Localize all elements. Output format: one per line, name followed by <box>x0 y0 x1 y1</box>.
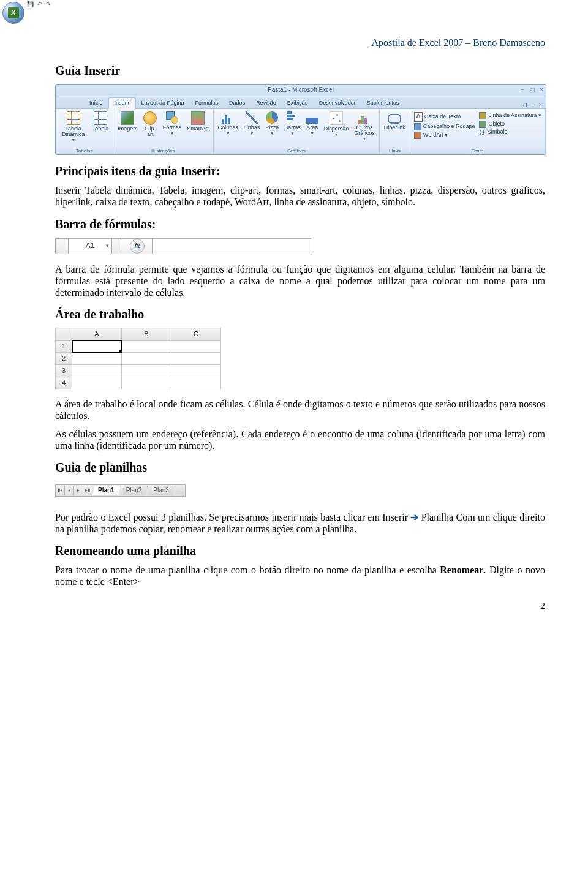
imagem-button[interactable]: Imagem <box>116 110 140 133</box>
clipart-icon <box>143 111 157 125</box>
row-header-4[interactable]: 4 <box>56 377 72 389</box>
paragraph-renomear: Para trocar o nome de uma planilha cliqu… <box>55 564 545 587</box>
table-icon <box>94 111 107 125</box>
colunas-button[interactable]: Colunas▼ <box>216 110 240 137</box>
min-ribbon-icon[interactable]: − <box>532 102 535 108</box>
arrow-icon: ➔ <box>410 512 418 522</box>
cell-c1[interactable] <box>172 341 221 353</box>
fx-button[interactable]: fx <box>130 239 145 254</box>
sheet-tab-plan3[interactable]: Plan3 <box>148 486 175 495</box>
close-icon[interactable]: × <box>540 86 543 94</box>
caixa-texto-button[interactable]: Caixa de Texto <box>413 111 477 122</box>
cell-c2[interactable] <box>172 353 221 365</box>
pivot-table-icon <box>67 111 80 125</box>
sheet-nav-prev[interactable]: ◂ <box>65 486 74 495</box>
tabela-button[interactable]: Tabela <box>91 110 111 133</box>
row-header-3[interactable]: 3 <box>56 365 72 377</box>
formula-bar: A1 fx <box>55 238 312 255</box>
outros-graficos-button[interactable]: OutrosGráficos ▼ <box>352 110 377 143</box>
col-header-b[interactable]: B <box>122 328 172 341</box>
tab-exibicao[interactable]: Exibição <box>282 98 314 108</box>
name-box-dropdown[interactable] <box>112 238 123 254</box>
sheet-nav-next[interactable]: ▸ <box>74 486 83 495</box>
area-button[interactable]: Área▼ <box>304 110 320 137</box>
formula-bar-left-cap <box>55 238 68 254</box>
heading-area-trabalho: Área de trabalho <box>55 307 545 322</box>
select-all-corner[interactable] <box>56 328 72 341</box>
sheet-nav-first[interactable]: ▮◂ <box>56 486 65 495</box>
cell-b1[interactable] <box>122 341 172 353</box>
paragraph-barra-formula: A barra de fórmula permite que vejamos a… <box>55 263 545 299</box>
cell-a1[interactable] <box>72 341 122 353</box>
heading-guia-inserir: Guia Inserir <box>55 63 545 78</box>
simbolo-button[interactable]: ΩSímbolo <box>478 129 543 136</box>
tab-suplementos[interactable]: Suplementos <box>361 98 405 108</box>
tab-inserir[interactable]: Inserir <box>108 97 136 109</box>
tab-layout[interactable]: Layout da Página <box>136 98 190 108</box>
hyperlink-icon <box>388 114 401 124</box>
smartart-button[interactable]: SmartArt <box>185 110 211 133</box>
tab-inicio[interactable]: Início <box>84 98 108 108</box>
cell-a4[interactable] <box>72 377 122 389</box>
cell-c4[interactable] <box>172 377 221 389</box>
tab-formulas[interactable]: Fórmulas <box>190 98 224 108</box>
tab-desenvolvedor[interactable]: Desenvolvedor <box>314 98 361 108</box>
cell-a2[interactable] <box>72 353 122 365</box>
paragraph-planilhas: Por padrão o Excel possui 3 planilhas. S… <box>55 511 545 535</box>
pie-chart-icon <box>266 111 278 124</box>
formas-button[interactable]: Formas▼ <box>161 110 184 137</box>
smartart-icon <box>191 111 205 125</box>
cell-b4[interactable] <box>122 377 172 389</box>
row-header-2[interactable]: 2 <box>56 353 72 365</box>
tabela-dinamica-button[interactable]: TabelaDinâmica ▼ <box>58 110 89 144</box>
cell-b2[interactable] <box>122 353 172 365</box>
sheet-nav-last[interactable]: ▸▮ <box>83 486 92 495</box>
minimize-icon[interactable]: − <box>521 86 524 94</box>
sheet-tab-plan2[interactable]: Plan2 <box>121 486 148 495</box>
wordart-icon <box>414 132 421 139</box>
cell-b3[interactable] <box>122 365 172 377</box>
signature-icon <box>479 112 486 119</box>
paragraph-itens-inserir: Inserir Tabela dinâmica, Tabela, imagem,… <box>55 184 545 208</box>
pizza-button[interactable]: Pizza▼ <box>263 110 281 137</box>
cell-a3[interactable] <box>72 365 122 377</box>
cabecalho-rodape-button[interactable]: Cabeçalho e Rodapé <box>413 122 477 131</box>
restore-icon[interactable]: ◱ <box>529 86 535 94</box>
group-graficos: Colunas▼ Linhas▼ Pizza▼ Barras▼ Área▼ Di… <box>214 109 380 154</box>
col-header-c[interactable]: C <box>172 328 221 341</box>
group-texto: Caixa de Texto Cabeçalho e Rodapé WordAr… <box>410 109 546 154</box>
hiperlink-button[interactable]: Hiperlink <box>382 110 407 132</box>
wordart-button[interactable]: WordArt ▾ <box>413 131 477 140</box>
column-chart-icon <box>222 111 234 124</box>
line-chart-icon <box>246 111 258 124</box>
cell-c3[interactable] <box>172 365 221 377</box>
clipart-button[interactable]: Clip-art <box>141 110 159 138</box>
textbox-icon <box>414 112 423 122</box>
worksheet-grid: ABC 1 2 3 4 <box>55 328 221 389</box>
heading-barra-formulas: Barra de fórmulas: <box>55 217 545 231</box>
sheet-tabs-bar: ▮◂ ◂ ▸ ▸▮ Plan1 Plan2 Plan3 <box>55 484 186 497</box>
formula-input[interactable] <box>153 238 312 254</box>
col-header-a[interactable]: A <box>72 328 122 341</box>
window-title: Pasta1 - Microsoft Excel <box>268 86 334 94</box>
heading-renomeando: Renomeando uma planilha <box>55 543 545 558</box>
group-links: Hiperlink Links <box>380 109 410 154</box>
group-ilustracoes: Imagem Clip-art Formas▼ SmartArt Ilustra… <box>113 109 214 154</box>
linha-assinatura-button[interactable]: Linha de Assinatura ▾ <box>478 111 543 120</box>
help-icon[interactable]: ◑ <box>523 102 528 108</box>
linhas-button[interactable]: Linhas▼ <box>242 110 262 137</box>
row-header-1[interactable]: 1 <box>56 341 72 353</box>
heading-principais-itens: Principais itens da guia Inserir: <box>55 164 545 178</box>
paragraph-area-trabalho-1: A área de trabalho é local onde ficam as… <box>55 398 545 421</box>
ribbon-tabs: Início Inserir Layout da Página Fórmulas… <box>56 96 546 109</box>
dispersao-button[interactable]: Dispersão▼ <box>322 110 351 138</box>
area-chart-icon <box>306 111 318 124</box>
sheet-tab-plan1[interactable]: Plan1 <box>92 486 121 495</box>
name-box[interactable]: A1 <box>68 238 112 254</box>
barras-button[interactable]: Barras▼ <box>282 110 303 137</box>
symbol-icon: Ω <box>479 129 485 135</box>
tab-dados[interactable]: Dados <box>224 98 251 108</box>
close-doc-icon[interactable]: × <box>539 102 542 108</box>
tab-revisao[interactable]: Revisão <box>251 98 282 108</box>
objeto-button[interactable]: Objeto <box>478 120 543 129</box>
